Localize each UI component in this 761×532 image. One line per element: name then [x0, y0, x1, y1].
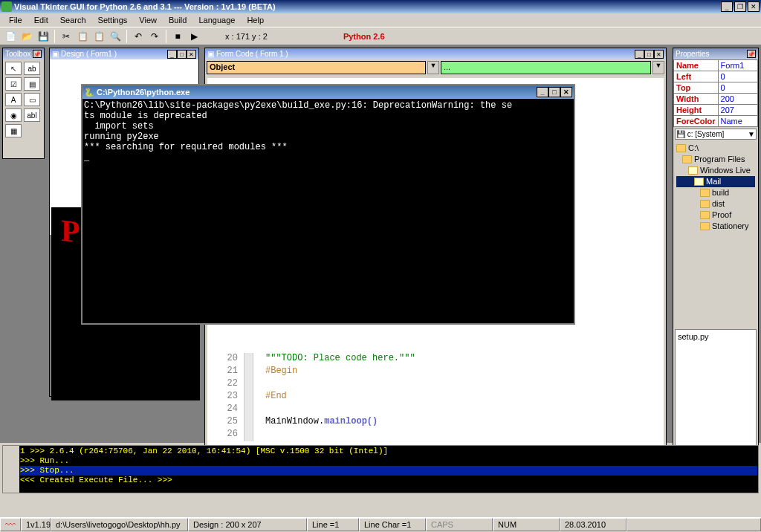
- undo-button[interactable]: ↶: [131, 29, 146, 44]
- object-dropdown[interactable]: Object: [207, 61, 426, 74]
- tool-label[interactable]: ab: [24, 62, 40, 75]
- console-output[interactable]: C:\Python26\lib\site-packages\py2exe\bui…: [82, 99, 574, 323]
- properties-pin-icon[interactable]: 📌: [747, 50, 756, 58]
- folder-icon: [700, 189, 710, 197]
- code-max-button[interactable]: □: [644, 50, 654, 59]
- status-version: 1v1.19: [21, 518, 51, 531]
- redo-button[interactable]: ↷: [147, 29, 162, 44]
- tree-item[interactable]: Stationery: [676, 221, 755, 232]
- console-window: 🐍 C:\Python26\python.exe _ □ ✕ C:\Python…: [81, 84, 575, 325]
- tree-item[interactable]: dist: [676, 198, 755, 210]
- line-number: 26: [207, 429, 245, 441]
- menu-edit[interactable]: Edit: [28, 14, 54, 26]
- code-line[interactable]: 20"""TODO: Place code here.""": [207, 353, 664, 366]
- menu-language[interactable]: Language: [192, 14, 241, 26]
- properties-title: Properties 📌: [673, 48, 758, 59]
- tool-frame[interactable]: ▭: [24, 93, 40, 106]
- code-title[interactable]: ▣ Form Code ( Form 1 ) _ □ ✕: [205, 48, 666, 59]
- code-line[interactable]: 23#End: [207, 391, 664, 403]
- status-num: NUM: [493, 518, 560, 531]
- find-button[interactable]: 🔍: [108, 29, 123, 44]
- tree-item[interactable]: Windows Live: [676, 165, 755, 176]
- cut-button[interactable]: ✂: [59, 29, 74, 44]
- tree-label: Stationery: [712, 221, 749, 232]
- new-button[interactable]: 📄: [3, 29, 18, 44]
- python-version-label: Python 2.6: [343, 32, 385, 41]
- menu-file[interactable]: File: [3, 14, 28, 26]
- repl-line[interactable]: >>> Run...: [20, 456, 757, 466]
- run-button[interactable]: ▶: [187, 29, 201, 44]
- tool-text[interactable]: A: [5, 93, 22, 106]
- prop-value[interactable]: 0: [718, 71, 757, 82]
- app-icon: [1, 1, 12, 12]
- tree-item[interactable]: Mail: [676, 176, 755, 187]
- menu-build[interactable]: Build: [163, 14, 192, 26]
- paste-button[interactable]: 📋: [91, 29, 106, 44]
- tree-item[interactable]: Program Files: [676, 154, 755, 165]
- method-dropdown[interactable]: ...: [441, 61, 651, 74]
- folder-icon: [700, 211, 710, 219]
- tool-combo[interactable]: ▦: [5, 124, 22, 137]
- method-dropdown-arrow[interactable]: ▼: [652, 61, 664, 74]
- repl-line[interactable]: >>> Stop...: [20, 466, 757, 476]
- repl-output[interactable]: 1 >>> 2.6.4 (r264:75706, Jan 22 2010, 16…: [19, 446, 758, 493]
- code-min-button[interactable]: _: [635, 50, 644, 59]
- code-line[interactable]: 25MainWindow.mainloop(): [207, 416, 664, 429]
- drive-selector[interactable]: 💾 c: [System]▼: [675, 129, 757, 140]
- status-python-icon: 〰: [0, 518, 21, 531]
- prop-value[interactable]: 0: [718, 82, 757, 94]
- coordinates: x : 171 y : 2: [225, 32, 268, 41]
- save-button[interactable]: 💾: [36, 29, 51, 44]
- design-close-button[interactable]: ✕: [187, 50, 196, 59]
- tree-label: Mail: [706, 176, 721, 187]
- folder-icon: [676, 144, 686, 152]
- code-line[interactable]: 26: [207, 429, 664, 441]
- status-caps: CAPS: [426, 518, 493, 531]
- prop-value[interactable]: 200: [718, 94, 757, 105]
- tool-radio[interactable]: ◉: [5, 108, 22, 122]
- stop-button[interactable]: ■: [170, 29, 185, 44]
- menu-settings[interactable]: Settings: [92, 14, 134, 26]
- console-titlebar[interactable]: 🐍 C:\Python26\python.exe _ □ ✕: [82, 85, 574, 99]
- prop-value[interactable]: 207: [718, 105, 757, 116]
- repl-line[interactable]: 1 >>> 2.6.4 (r264:75706, Jan 22 2010, 16…: [20, 447, 757, 456]
- file-item[interactable]: setup.py: [678, 332, 754, 341]
- menu-view[interactable]: View: [133, 14, 163, 26]
- status-line: Line =1: [307, 518, 359, 531]
- folder-tree: C:\Program FilesWindows LiveMailbuilddis…: [673, 141, 758, 233]
- code-line[interactable]: 22: [207, 378, 664, 391]
- open-button[interactable]: 📂: [19, 29, 34, 44]
- code-close-button[interactable]: ✕: [654, 50, 664, 59]
- object-dropdown-arrow[interactable]: ▼: [427, 61, 439, 74]
- design-min-button[interactable]: _: [167, 50, 177, 59]
- design-title[interactable]: ▣ Design ( Form1 ) _ □ ✕: [50, 48, 198, 59]
- menubar: File Edit Search Settings View Build Lan…: [0, 13, 761, 27]
- tool-pointer[interactable]: ↖: [5, 62, 22, 75]
- tool-list[interactable]: ▤: [24, 77, 40, 91]
- tool-check[interactable]: ☑: [5, 77, 22, 91]
- close-button[interactable]: ✕: [748, 1, 760, 12]
- copy-button[interactable]: 📋: [75, 29, 90, 44]
- tool-entry[interactable]: abl: [24, 108, 40, 122]
- tree-item[interactable]: Proof: [676, 210, 755, 221]
- tree-label: Windows Live: [700, 165, 751, 176]
- restore-button[interactable]: ❐: [734, 1, 746, 12]
- code-line[interactable]: 21#Begin: [207, 366, 664, 378]
- prop-value[interactable]: Name: [718, 116, 757, 127]
- menu-search[interactable]: Search: [54, 14, 92, 26]
- design-max-button[interactable]: □: [177, 50, 187, 59]
- line-number: 21: [207, 366, 245, 378]
- repl-line[interactable]: <<< Created Execute File... >>>: [20, 476, 757, 485]
- tree-item[interactable]: C:\: [676, 143, 755, 154]
- code-line[interactable]: 24: [207, 403, 664, 416]
- console-max-button[interactable]: □: [548, 87, 560, 97]
- properties-table: NameForm1Left0Top0Width200Height207ForeC…: [673, 59, 758, 127]
- tree-label: C:\: [688, 143, 699, 154]
- menu-help[interactable]: Help: [241, 14, 270, 26]
- toolbox-pin-icon[interactable]: 📌: [33, 50, 42, 58]
- prop-value[interactable]: Form1: [718, 60, 757, 71]
- console-close-button[interactable]: ✕: [560, 87, 572, 97]
- console-min-button[interactable]: _: [537, 87, 548, 97]
- minimize-button[interactable]: _: [721, 1, 733, 12]
- tree-item[interactable]: build: [676, 187, 755, 198]
